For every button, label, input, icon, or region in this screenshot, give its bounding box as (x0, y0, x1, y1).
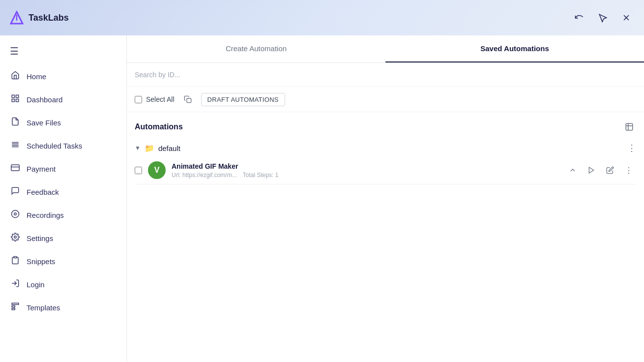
sidebar-item-save-files-label: Save Files (27, 119, 61, 127)
svg-rect-4 (12, 95, 14, 97)
sidebar-menu-toggle[interactable]: ☰ (0, 41, 126, 61)
sidebar: ☰ Home Dashboard Save Files Scheduled Ta (0, 35, 127, 362)
sidebar-item-snippets[interactable]: Snippets (0, 250, 126, 273)
automation-avatar-letter: V (154, 166, 160, 175)
folder-expand-icon: ▼ (135, 145, 141, 151)
sidebar-item-home[interactable]: Home (0, 65, 126, 88)
sidebar-item-templates-label: Templates (27, 303, 60, 312)
automation-name: Animated GIF Maker (172, 162, 565, 170)
menu-icon: ☰ (10, 45, 19, 57)
svg-point-16 (14, 236, 17, 239)
automation-avatar: V (148, 161, 166, 179)
close-button[interactable] (618, 10, 634, 26)
search-bar (127, 63, 644, 87)
svg-rect-12 (11, 165, 20, 171)
svg-point-15 (14, 213, 17, 215)
topbar-actions (571, 10, 634, 26)
toolbar: Select All DRAFT AUTOMATIONS (127, 87, 644, 112)
tab-saved-automations[interactable]: Saved Automations (385, 35, 644, 62)
folder-icon: 📁 (145, 144, 154, 153)
svg-rect-23 (626, 123, 633, 130)
automation-meta: Url: https://ezgif.com/m... Total Steps:… (172, 172, 565, 179)
sidebar-item-payment-label: Payment (27, 165, 56, 173)
cursor-button[interactable] (595, 10, 611, 26)
automation-play-button[interactable] (584, 163, 599, 178)
folder-more-button[interactable]: ⋮ (627, 143, 636, 153)
sidebar-item-recordings-label: Recordings (27, 211, 64, 219)
automation-item: V Animated GIF Maker Url: https://ezgif.… (135, 156, 636, 184)
sidebar-item-feedback-label: Feedback (27, 188, 59, 196)
app-logo: TaskLabs (10, 11, 69, 25)
svg-rect-6 (12, 99, 14, 102)
select-all-checkbox[interactable] (135, 96, 142, 103)
main-layout: ☰ Home Dashboard Save Files Scheduled Ta (0, 35, 644, 362)
payment-icon (10, 163, 21, 175)
sidebar-item-snippets-label: Snippets (27, 257, 55, 266)
tab-create-automation[interactable]: Create Automation (127, 35, 385, 62)
sidebar-item-payment[interactable]: Payment (0, 157, 126, 181)
login-icon (10, 279, 21, 290)
automation-actions: ⋮ (565, 163, 636, 178)
tasklabs-logo-icon (10, 11, 24, 25)
sidebar-item-dashboard[interactable]: Dashboard (0, 88, 126, 111)
save-files-icon (10, 117, 21, 128)
topbar: TaskLabs (0, 0, 644, 35)
settings-icon (10, 233, 21, 244)
automation-expand-button[interactable] (565, 163, 580, 178)
sidebar-item-recordings[interactable]: Recordings (0, 204, 126, 227)
select-all-text: Select All (146, 95, 175, 103)
sidebar-item-home-label: Home (27, 72, 46, 81)
sidebar-item-login-label: Login (27, 280, 45, 289)
select-all-label[interactable]: Select All (135, 95, 175, 103)
automations-title: Automations (135, 122, 183, 131)
automation-edit-button[interactable] (603, 163, 617, 178)
sidebar-item-login[interactable]: Login (0, 273, 126, 296)
svg-rect-5 (16, 95, 19, 97)
automation-more-button[interactable]: ⋮ (621, 163, 636, 178)
svg-rect-20 (12, 306, 15, 307)
sidebar-item-save-files[interactable]: Save Files (0, 111, 126, 134)
tabs-bar: Create Automation Saved Automations (127, 35, 644, 63)
sidebar-item-scheduled-tasks[interactable]: Scheduled Tasks (0, 134, 126, 157)
sidebar-item-settings-label: Settings (27, 234, 53, 242)
automation-item-checkbox[interactable] (135, 167, 142, 174)
undo-button[interactable] (571, 10, 587, 26)
app-title: TaskLabs (29, 13, 69, 23)
folder-default[interactable]: ▼ 📁 default ⋮ (135, 140, 636, 156)
sidebar-item-dashboard-label: Dashboard (27, 95, 62, 104)
svg-rect-19 (12, 303, 19, 304)
sidebar-item-feedback[interactable]: Feedback (0, 181, 126, 204)
draft-automations-button[interactable]: DRAFT AUTOMATIONS (201, 93, 285, 106)
svg-point-14 (12, 211, 19, 218)
svg-rect-7 (16, 99, 19, 102)
home-icon (10, 71, 21, 82)
svg-marker-24 (589, 167, 593, 173)
search-input[interactable] (135, 69, 636, 81)
sidebar-item-templates[interactable]: Templates (0, 296, 126, 319)
automations-export-button[interactable] (622, 120, 636, 134)
svg-rect-21 (12, 308, 15, 310)
svg-rect-17 (14, 257, 17, 258)
templates-icon (10, 302, 21, 313)
automation-steps: Total Steps: 1 (243, 172, 279, 179)
folder-left: ▼ 📁 default (135, 144, 180, 153)
automation-url: Url: https://ezgif.com/m... (172, 172, 237, 179)
toolbar-copy-button[interactable] (180, 92, 195, 107)
folder-name: default (158, 144, 180, 152)
scheduled-tasks-icon (10, 140, 21, 151)
recordings-icon (10, 210, 21, 221)
automations-container: Automations ▼ 📁 default ⋮ V (127, 112, 644, 362)
content-area: Create Automation Saved Automations Sele… (127, 35, 644, 362)
automation-info: Animated GIF Maker Url: https://ezgif.co… (172, 162, 565, 179)
snippets-icon (10, 256, 21, 267)
feedback-icon (10, 186, 21, 198)
dashboard-icon (10, 94, 21, 105)
svg-rect-22 (187, 98, 191, 103)
automations-section-header: Automations (135, 120, 636, 134)
sidebar-item-scheduled-tasks-label: Scheduled Tasks (27, 142, 82, 150)
sidebar-item-settings[interactable]: Settings (0, 227, 126, 250)
